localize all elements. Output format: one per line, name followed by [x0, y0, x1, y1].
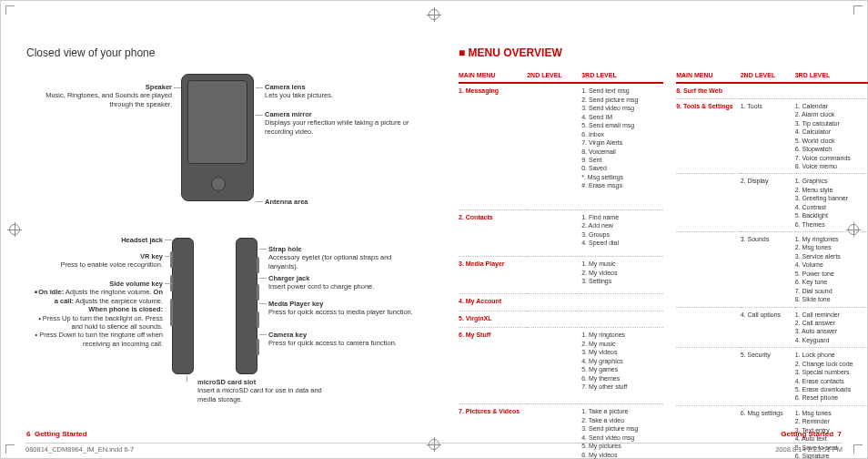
callout-charger: Charger jack Insert power cord to charge… — [268, 274, 414, 291]
menu-3rd-cell: 1. My ringtones2. My music3. My videos4.… — [581, 328, 663, 404]
th-3rd: 3RD LEVEL — [581, 68, 663, 83]
callout-camera-lens: Camera lens Lets you take pictures. — [265, 83, 401, 100]
indd-metadata: 080814_CDM8964_IM_EN.indd 6-7 2008.8.14 … — [25, 443, 843, 454]
menu-3rd-cell: 1. Calendar2. Alarm clock3. Tip calculat… — [795, 98, 868, 174]
menu-main-cell — [676, 307, 741, 348]
menu-2nd-cell: 1. Tools — [741, 98, 795, 174]
menu-2nd-cell — [527, 83, 581, 209]
page-right: ■ MENU OVERVIEW MAIN MENU 2ND LEVEL 3RD … — [433, 1, 867, 458]
menu-main-cell: 1. Messaging — [459, 83, 527, 209]
menu-2nd-cell: 4. Call options — [741, 307, 795, 348]
menu-3rd-cell: 1. Call reminder2. Call answer3. Auto an… — [795, 307, 868, 348]
callout-camera-key: Camera key Press for quick access to cam… — [268, 331, 414, 348]
menu-main-cell: 8. Surf the Web — [676, 83, 741, 98]
callout-speaker: Speaker Music, Ringtones, and Sounds are… — [26, 83, 172, 108]
th-main: MAIN MENU — [459, 68, 527, 83]
indd-stamp: 2008.8.14 2:23:51 PM — [775, 445, 843, 454]
left-footer: 6 Getting Started — [26, 430, 408, 438]
menu-main-cell — [676, 232, 741, 308]
right-footer: Getting Started 7 — [459, 430, 842, 438]
menu-2nd-cell: 2. Display — [741, 174, 795, 232]
menu-main-cell: 9. Tools & Settings — [676, 98, 741, 174]
callout-side-volume: Side volume key On idle: Adjusts the rin… — [26, 280, 163, 348]
callout-antenna: Antenna area — [265, 198, 401, 206]
th-2nd: 2ND LEVEL — [527, 68, 581, 83]
phone-side-diagram: Headset jack VR key Press to enable voic… — [26, 229, 408, 411]
menu-main-cell: 5. VirginXL — [459, 311, 527, 328]
callout-vr: VR key Press to enable voice recognition… — [26, 252, 163, 270]
th-2nd: 2ND LEVEL — [741, 68, 795, 83]
th-main: MAIN MENU — [676, 68, 741, 83]
indd-file: 080814_CDM8964_IM_EN.indd 6-7 — [25, 445, 134, 454]
left-title: Closed view of your phone — [26, 46, 408, 59]
menu-2nd-cell — [527, 257, 581, 294]
callout-strap: Strap hole Accessory eyelet (for optiona… — [268, 245, 414, 270]
menu-3rd-cell — [581, 293, 663, 311]
callout-camera-mirror: Camera mirror Displays your reflection w… — [265, 110, 410, 136]
menu-2nd-cell — [527, 293, 581, 311]
menu-main-cell: 3. Media Player — [459, 257, 527, 294]
page-left: Closed view of your phone Speaker Music,… — [1, 1, 433, 458]
menu-main-cell: 4. My Account — [459, 293, 527, 311]
menu-main-cell: 6. My Stuff — [459, 328, 527, 404]
menu-2nd-cell: 3. Sounds — [741, 232, 795, 308]
right-title: ■ MENU OVERVIEW — [459, 46, 842, 59]
menu-main-cell — [676, 348, 741, 406]
phone-side-left-icon — [172, 238, 194, 374]
phone-front-icon — [181, 74, 254, 201]
menu-3rd-cell: 1. My ringtones2. Msg tones3. Service al… — [795, 232, 868, 308]
menu-main-cell — [676, 174, 741, 232]
phone-front-diagram: Speaker Music, Ringtones, and Sounds are… — [26, 74, 408, 219]
menu-2nd-cell — [527, 328, 581, 404]
callout-microsd: microSD card slot Insert a microSD card … — [197, 378, 334, 403]
menu-2nd-cell — [527, 209, 581, 256]
menu-3rd-cell: 1. Send text msg2. Send picture msg3. Se… — [581, 83, 663, 209]
menu-3rd-cell: 1. Graphics2. Menu style3. Greeting bann… — [795, 174, 868, 232]
callout-media-key: Media Player key Press for quick access … — [268, 300, 414, 317]
menu-2nd-cell: 5. Security — [741, 348, 795, 406]
menu-3rd-cell: 1. Find name2. Add new3. Groups4. Speed … — [581, 209, 663, 256]
menu-table-a: MAIN MENU 2ND LEVEL 3RD LEVEL 1. Messagi… — [459, 68, 663, 459]
menu-3rd-cell — [581, 311, 663, 328]
callout-headset: Headset jack — [26, 236, 163, 244]
th-3rd: 3RD LEVEL — [795, 68, 868, 83]
phone-side-right-icon — [236, 238, 257, 374]
menu-3rd-cell: 1. Lock phone2. Change lock code3. Speci… — [795, 348, 868, 406]
menu-table-b: MAIN MENU 2ND LEVEL 3RD LEVEL 8. Surf th… — [676, 68, 868, 459]
menu-3rd-cell — [795, 83, 868, 98]
menu-2nd-cell — [527, 311, 581, 328]
menu-2nd-cell — [741, 83, 795, 98]
menu-3rd-cell: 1. My music2. My videos3. Settings — [581, 257, 663, 294]
menu-main-cell: 2. Contacts — [459, 209, 527, 256]
